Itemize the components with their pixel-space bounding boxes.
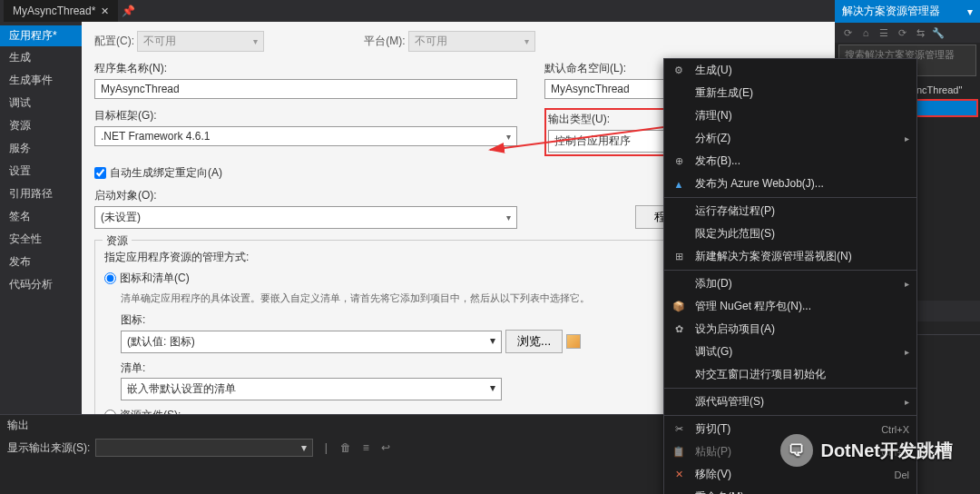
icon-manifest-radio[interactable] bbox=[104, 272, 116, 284]
config-label: 配置(C): bbox=[94, 35, 134, 47]
sidebar-item-application[interactable]: 应用程序* bbox=[0, 25, 82, 46]
clear-icon[interactable]: 🗑 bbox=[338, 440, 353, 455]
watermark: 🗨 DotNet开发跳槽 bbox=[780, 434, 953, 467]
sync-icon[interactable]: ⇆ bbox=[913, 26, 927, 39]
menu-separator bbox=[664, 197, 916, 198]
menu-item-label: 设为启动项目(A) bbox=[695, 321, 909, 337]
menu-item[interactable]: 限定为此范围(S) bbox=[664, 222, 916, 245]
config-dropdown[interactable]: 不可用▾ bbox=[137, 31, 264, 52]
wrap-icon[interactable]: ↩ bbox=[378, 440, 393, 455]
menu-item[interactable]: 重命名(M) bbox=[664, 486, 916, 494]
tab-title: MyAsyncThread* bbox=[13, 5, 95, 17]
submenu-arrow-icon: ▸ bbox=[905, 133, 909, 143]
menu-item-icon bbox=[671, 86, 686, 101]
chevron-down-icon: ▾ bbox=[253, 36, 258, 46]
auto-binding-checkbox[interactable] bbox=[94, 167, 106, 179]
browse-button[interactable]: 浏览... bbox=[505, 330, 563, 353]
sidebar-item-services[interactable]: 服务 bbox=[0, 137, 82, 160]
collapse-icon[interactable]: ☰ bbox=[877, 26, 891, 39]
menu-item[interactable]: 📦管理 NuGet 程序包(N)... bbox=[664, 295, 916, 318]
output-source-label: 显示输出来源(S): bbox=[7, 440, 90, 456]
menu-shortcut: Del bbox=[894, 469, 909, 480]
properties-icon[interactable]: 🔧 bbox=[931, 26, 946, 39]
home-icon[interactable]: ⟳ bbox=[840, 26, 855, 39]
sidebar-item-settings[interactable]: 设置 bbox=[0, 160, 82, 183]
menu-separator bbox=[664, 415, 916, 416]
menu-item[interactable]: 分析(Z)▸ bbox=[664, 127, 916, 150]
icon-select[interactable]: (默认值: 图标)▾ bbox=[121, 331, 502, 353]
chevron-down-icon: ▾ bbox=[490, 334, 495, 350]
menu-item-label: 清理(N) bbox=[695, 108, 909, 124]
sidebar-item-reference-paths[interactable]: 引用路径 bbox=[0, 183, 82, 205]
manifest-select[interactable]: 嵌入带默认设置的清单▾ bbox=[121, 378, 502, 400]
menu-item[interactable]: ▲发布为 Azure WebJob(J)... bbox=[664, 173, 916, 195]
menu-item[interactable]: 运行存储过程(P) bbox=[664, 200, 916, 222]
wechat-icon: 🗨 bbox=[780, 434, 813, 467]
sidebar-item-build[interactable]: 生成 bbox=[0, 46, 82, 69]
assembly-name-input[interactable] bbox=[94, 79, 517, 99]
context-menu: ⚙生成(U)重新生成(E)清理(N)分析(Z)▸⊕发布(B)...▲发布为 Az… bbox=[663, 58, 917, 494]
menu-item[interactable]: 对交互窗口进行项目初始化 bbox=[664, 363, 916, 386]
menu-item-icon: ✿ bbox=[671, 322, 686, 337]
property-sidebar: 应用程序* 生成 生成事件 调试 资源 服务 设置 引用路径 签名 安全性 发布… bbox=[0, 22, 82, 414]
output-source-select[interactable]: ▾ bbox=[95, 439, 313, 457]
menu-item-icon bbox=[671, 204, 686, 219]
menu-item-label: 重新生成(E) bbox=[695, 85, 909, 101]
sidebar-item-signing[interactable]: 签名 bbox=[0, 205, 82, 228]
chevron-down-icon: ▾ bbox=[506, 132, 511, 142]
close-icon[interactable]: ✕ bbox=[101, 5, 109, 17]
startup-object-select[interactable]: (未设置)▾ bbox=[94, 206, 517, 229]
document-tabbar: MyAsyncThread* ✕ 📌 bbox=[0, 0, 980, 22]
submenu-arrow-icon: ▸ bbox=[905, 397, 909, 407]
assembly-name-label: 程序集名称(N): bbox=[94, 61, 517, 76]
menu-item[interactable]: 添加(D)▸ bbox=[664, 272, 916, 295]
menu-item-label: 发布(B)... bbox=[695, 153, 909, 169]
auto-binding-label: 自动生成绑定重定向(A) bbox=[110, 165, 222, 181]
menu-item-icon: ✕ bbox=[671, 468, 686, 482]
menu-item-label: 新建解决方案资源管理器视图(N) bbox=[695, 249, 909, 264]
menu-item[interactable]: ⊕发布(B)... bbox=[664, 150, 916, 173]
menu-item[interactable]: ⊞新建解决方案资源管理器视图(N) bbox=[664, 245, 916, 268]
home-icon[interactable]: ⌂ bbox=[858, 26, 873, 39]
chevron-down-icon: ▾ bbox=[524, 36, 529, 46]
refresh-icon[interactable]: ⟳ bbox=[895, 26, 909, 39]
menu-item[interactable]: 调试(G)▸ bbox=[664, 341, 916, 363]
menu-item-icon: ▲ bbox=[671, 177, 686, 192]
menu-item[interactable]: ⚙生成(U) bbox=[664, 59, 916, 82]
chevron-down-icon: ▾ bbox=[301, 441, 307, 454]
resource-file-radio[interactable] bbox=[104, 410, 116, 414]
resource-file-label: 资源文件(S): bbox=[120, 408, 181, 414]
menu-item-label: 移除(V) bbox=[695, 467, 885, 482]
menu-item-label: 发布为 Azure WebJob(J)... bbox=[695, 176, 909, 192]
menu-item-icon: 📋 bbox=[671, 445, 686, 459]
pin-icon[interactable]: 📌 bbox=[122, 5, 135, 17]
menu-item-icon: 📦 bbox=[671, 300, 686, 314]
sidebar-item-code-analysis[interactable]: 代码分析 bbox=[0, 273, 82, 296]
chevron-down-icon: ▾ bbox=[490, 381, 495, 397]
sidebar-item-resources[interactable]: 资源 bbox=[0, 114, 82, 137]
document-tab[interactable]: MyAsyncThread* ✕ bbox=[4, 0, 118, 22]
menu-item-icon: ✂ bbox=[671, 422, 686, 437]
target-framework-select[interactable]: .NET Framework 4.6.1▾ bbox=[94, 126, 517, 146]
menu-item-icon bbox=[671, 132, 686, 146]
menu-item-label: 分析(Z) bbox=[695, 131, 896, 146]
menu-separator bbox=[664, 388, 916, 389]
submenu-arrow-icon: ▸ bbox=[905, 347, 909, 357]
menu-item[interactable]: ✿设为启动项目(A) bbox=[664, 318, 916, 341]
menu-item-icon: ⊞ bbox=[671, 250, 686, 264]
sidebar-item-build-events[interactable]: 生成事件 bbox=[0, 69, 82, 92]
platform-dropdown[interactable]: 不可用▾ bbox=[408, 31, 535, 52]
sidebar-item-security[interactable]: 安全性 bbox=[0, 228, 82, 251]
menu-item[interactable]: 重新生成(E) bbox=[664, 82, 916, 104]
menu-item-icon bbox=[671, 490, 686, 495]
platform-label: 平台(M): bbox=[364, 35, 405, 47]
menu-item[interactable]: 源代码管理(S)▸ bbox=[664, 390, 916, 413]
menu-item-label: 运行存储过程(P) bbox=[695, 203, 909, 219]
sidebar-item-publish[interactable]: 发布 bbox=[0, 251, 82, 273]
panel-menu-icon[interactable]: ▾ bbox=[967, 5, 973, 18]
sidebar-item-debug[interactable]: 调试 bbox=[0, 92, 82, 114]
toggle-icon[interactable]: ≡ bbox=[358, 440, 373, 455]
menu-item[interactable]: 清理(N) bbox=[664, 104, 916, 127]
chevron-down-icon: ▾ bbox=[506, 212, 511, 222]
menu-item-icon: ⚙ bbox=[671, 64, 686, 78]
